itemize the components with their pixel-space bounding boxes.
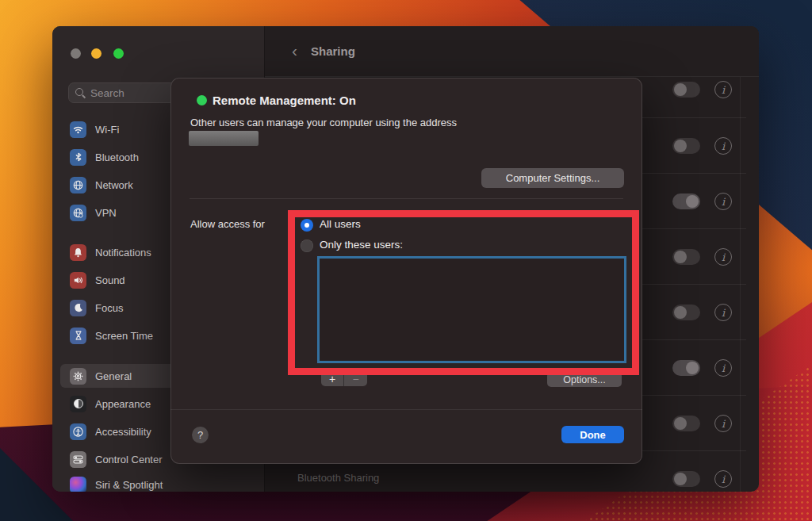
- allow-access-label: Allow access for: [190, 218, 265, 230]
- content-edge-divider: [740, 77, 741, 492]
- speaker-icon: [70, 272, 86, 289]
- back-chevron-icon[interactable]: ‹: [292, 42, 297, 61]
- sidebar-item-label: Control Center: [95, 454, 163, 465]
- toggle-knob: [674, 473, 687, 485]
- gear-icon: [70, 368, 86, 385]
- help-button[interactable]: ?: [192, 427, 209, 443]
- service-toggle[interactable]: [672, 193, 700, 209]
- sidebar-item-siri-spotlight[interactable]: Siri & Spotlight: [60, 473, 257, 492]
- annotation-rectangle: [288, 210, 639, 375]
- toggle-knob: [686, 195, 699, 208]
- sidebar-item-label: Wi-Fi: [95, 124, 119, 136]
- status-green-dot-icon: [197, 95, 207, 105]
- bell-icon: [70, 244, 86, 261]
- sidebar-item-label: General: [95, 370, 132, 382]
- sidebar-item-label: Sound: [95, 274, 125, 286]
- sidebar-item-label: Focus: [95, 302, 123, 314]
- control-center-icon: [70, 451, 86, 468]
- sidebar-item-label: Siri & Spotlight: [95, 479, 163, 491]
- zoom-button[interactable]: [113, 48, 124, 59]
- content-header: ‹ Sharing: [265, 26, 759, 77]
- info-icon[interactable]: [714, 359, 732, 377]
- globe-icon: [70, 177, 86, 193]
- toggle-knob: [674, 251, 687, 263]
- wifi-icon: [70, 121, 86, 138]
- service-toggle[interactable]: [672, 249, 700, 265]
- toggle-knob: [674, 417, 687, 430]
- bluetooth-icon: [70, 149, 86, 166]
- computer-settings-button[interactable]: Computer Settings...: [481, 168, 624, 188]
- info-icon[interactable]: [714, 248, 732, 266]
- dialog-subtitle: Other users can manage your computer usi…: [190, 117, 457, 128]
- search-placeholder: Search: [90, 87, 124, 99]
- siri-icon: [70, 477, 86, 492]
- close-button[interactable]: [71, 48, 81, 59]
- search-icon: [75, 88, 86, 98]
- minimize-button[interactable]: [91, 48, 102, 59]
- vpn-globe-icon: [70, 205, 86, 221]
- info-icon[interactable]: [714, 137, 732, 155]
- page-title: Sharing: [311, 44, 355, 58]
- toggle-knob: [674, 83, 687, 96]
- service-toggle[interactable]: [672, 305, 700, 320]
- service-label: Bluetooth Sharing: [297, 472, 379, 484]
- sidebar-item-label: Notifications: [95, 247, 151, 259]
- toggle-knob: [674, 306, 687, 319]
- service-toggle[interactable]: [672, 82, 700, 98]
- sidebar-item-label: VPN: [95, 207, 117, 219]
- dialog-title: Remote Management: On: [213, 94, 356, 107]
- sidebar-item-label: Appearance: [95, 398, 151, 410]
- hourglass-icon: [70, 328, 86, 344]
- accessibility-icon: [70, 423, 86, 440]
- appearance-icon: [70, 396, 86, 412]
- desktop: Search Wi-Fi Bluetooth Network: [0, 0, 812, 521]
- dialog-footer-divider: [170, 409, 642, 410]
- sidebar-item-label: Network: [95, 179, 133, 191]
- sidebar-item-label: Accessibility: [95, 426, 151, 438]
- moon-icon: [70, 300, 86, 316]
- info-icon[interactable]: [714, 415, 732, 432]
- sidebar-item-label: Screen Time: [95, 330, 153, 342]
- info-icon[interactable]: [714, 470, 732, 488]
- info-icon[interactable]: [714, 304, 732, 321]
- done-button[interactable]: Done: [561, 426, 624, 443]
- toggle-knob: [686, 362, 699, 374]
- service-toggle[interactable]: [672, 471, 700, 487]
- service-toggle[interactable]: [672, 360, 700, 376]
- service-toggle[interactable]: [672, 138, 700, 154]
- sidebar-item-label: Bluetooth: [95, 151, 139, 163]
- toggle-knob: [674, 140, 687, 152]
- dialog-divider: [190, 198, 623, 199]
- redacted-address: [189, 131, 259, 146]
- info-icon[interactable]: [714, 81, 732, 98]
- info-icon[interactable]: [714, 193, 732, 210]
- service-toggle[interactable]: [672, 416, 700, 431]
